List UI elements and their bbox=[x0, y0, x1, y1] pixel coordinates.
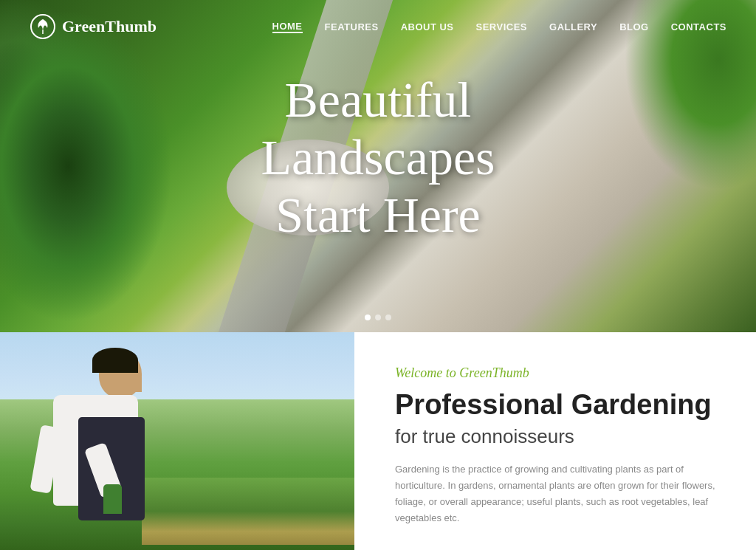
logo[interactable]: GreenThumb bbox=[30, 13, 157, 40]
nav-home[interactable]: HOME bbox=[272, 21, 303, 33]
about-image bbox=[0, 332, 354, 550]
nav-gallery[interactable]: GALLERY bbox=[549, 21, 597, 32]
hero-dot-2[interactable] bbox=[375, 314, 381, 320]
about-title: Professional Gardening bbox=[395, 390, 719, 421]
hero-title: Beautiful Landscapes Start Here bbox=[189, 71, 567, 244]
hero-section: GreenThumb HOME FEATURES ABOUT US SERVIC… bbox=[0, 0, 756, 332]
nav-contacts[interactable]: CONTACTS bbox=[671, 21, 726, 32]
hero-dot-3[interactable] bbox=[385, 314, 391, 320]
about-section: Welcome to GreenThumb Professional Garde… bbox=[0, 332, 756, 550]
person-neck bbox=[124, 377, 142, 392]
about-content: Welcome to GreenThumb Professional Garde… bbox=[354, 332, 756, 550]
about-subtitle: Welcome to GreenThumb bbox=[395, 365, 719, 381]
hero-slider-dots bbox=[365, 314, 391, 320]
logo-icon bbox=[30, 13, 56, 40]
site-header: GreenThumb HOME FEATURES ABOUT US SERVIC… bbox=[0, 0, 756, 53]
nav-features[interactable]: FEATURES bbox=[325, 21, 379, 32]
nav-blog[interactable]: BLOG bbox=[619, 21, 649, 32]
person-hair bbox=[92, 348, 138, 373]
hero-dot-1[interactable] bbox=[365, 314, 371, 320]
nav-services[interactable]: SERVICES bbox=[476, 21, 528, 32]
nav-about[interactable]: ABOUT US bbox=[401, 21, 454, 32]
about-description: Gardening is the practice of growing and… bbox=[395, 461, 719, 526]
hero-content: Beautiful Landscapes Start Here bbox=[189, 71, 567, 244]
person-plant bbox=[103, 484, 122, 514]
plant-row bbox=[142, 478, 354, 545]
logo-text: GreenThumb bbox=[62, 17, 157, 36]
main-nav: HOME FEATURES ABOUT US SERVICES GALLERY … bbox=[272, 21, 726, 33]
about-title-sub: for true connoisseurs bbox=[395, 425, 719, 448]
